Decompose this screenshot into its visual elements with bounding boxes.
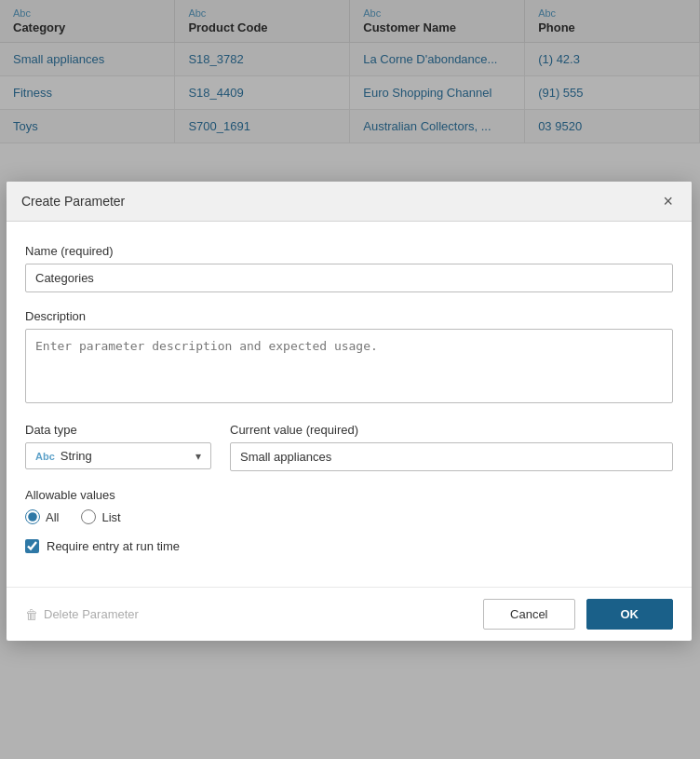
allowable-values-section: Allowable values All List — [25, 488, 673, 524]
delete-label: Delete Parameter — [44, 607, 139, 621]
radio-list[interactable]: List — [81, 509, 120, 524]
description-field-group: Description — [25, 309, 673, 406]
data-type-col: Data type Abc String ▾ — [25, 423, 211, 471]
current-value-label: Current value (required) — [230, 423, 673, 437]
allowable-values-label: Allowable values — [25, 488, 673, 502]
footer-actions: Cancel OK — [483, 599, 673, 630]
radio-list-label: List — [101, 510, 120, 524]
data-type-value: String — [61, 449, 195, 463]
modal-footer: 🗑 Delete Parameter Cancel OK — [7, 587, 692, 641]
checkbox-row: Require entry at run time — [25, 539, 673, 553]
data-type-label: Data type — [25, 423, 211, 437]
radio-list-input[interactable] — [81, 509, 96, 524]
abc-type-icon: Abc — [35, 451, 55, 462]
name-input[interactable] — [25, 264, 673, 292]
select-arrow-icon: ▾ — [195, 450, 201, 463]
current-value-col: Current value (required) — [230, 423, 673, 471]
modal-header: Create Parameter × — [7, 182, 692, 222]
cancel-button[interactable]: Cancel — [483, 599, 574, 630]
description-input[interactable] — [25, 329, 673, 403]
modal-close-button[interactable]: × — [659, 193, 677, 210]
radio-all-label: All — [46, 510, 59, 524]
radio-all[interactable]: All — [25, 509, 59, 524]
radio-all-input[interactable] — [25, 509, 40, 524]
name-field-group: Name (required) — [25, 244, 673, 292]
trash-icon: 🗑 — [25, 607, 38, 622]
require-entry-checkbox[interactable] — [25, 539, 39, 553]
modal-title: Create Parameter — [21, 194, 125, 209]
radio-group: All List — [25, 509, 673, 524]
delete-parameter-button: 🗑 Delete Parameter — [25, 607, 139, 622]
ok-button[interactable]: OK — [586, 599, 674, 630]
modal-body: Name (required) Description Data type Ab… — [7, 222, 692, 587]
modal-overlay: Create Parameter × Name (required) Descr… — [0, 0, 700, 759]
name-label: Name (required) — [25, 244, 673, 258]
type-value-row: Data type Abc String ▾ Current value (re… — [25, 423, 673, 471]
description-label: Description — [25, 309, 673, 323]
create-parameter-modal: Create Parameter × Name (required) Descr… — [7, 182, 692, 641]
current-value-input[interactable] — [230, 442, 673, 471]
data-type-select[interactable]: Abc String ▾ — [25, 442, 211, 469]
require-entry-label: Require entry at run time — [47, 539, 180, 553]
